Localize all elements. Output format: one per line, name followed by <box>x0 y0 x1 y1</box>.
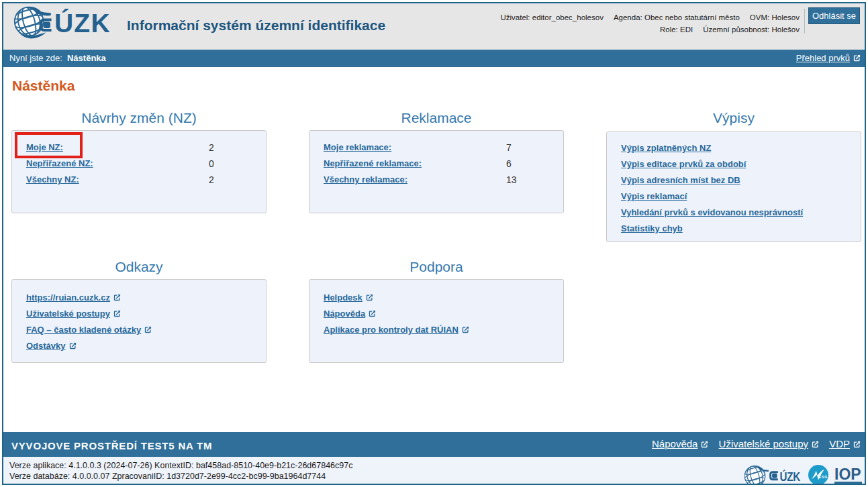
svg-text:ESS: ESS <box>819 475 828 479</box>
svg-text:ÚZK: ÚZK <box>780 469 801 484</box>
svg-text:ÚZK: ÚZK <box>54 9 111 38</box>
